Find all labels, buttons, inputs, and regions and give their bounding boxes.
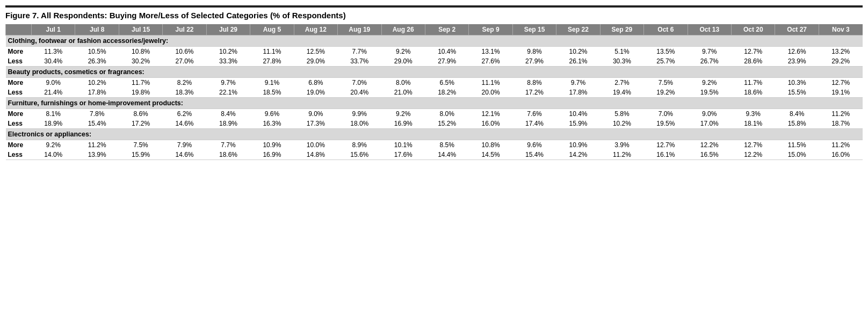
more-value-2: 10.5% (75, 47, 119, 57)
less-value-2: 13.9% (75, 150, 119, 160)
less-value-8: 18.0% (338, 119, 381, 129)
less-value-10: 14.4% (425, 150, 468, 160)
less-value-15: 16.1% (644, 150, 688, 160)
more-value-6: 9.6% (250, 109, 294, 119)
more-value-1: 11.3% (32, 47, 75, 57)
more-value-12: 7.6% (512, 109, 556, 119)
more-value-3: 11.7% (119, 78, 162, 88)
less-value-5: 18.6% (206, 150, 250, 160)
column-header-Aug-26: Aug 26 (381, 24, 425, 35)
column-header-Jul-8: Jul 8 (75, 24, 119, 35)
less-row-2: Less18.9%15.4%17.2%14.6%18.9%16.3%17.3%1… (6, 119, 863, 129)
less-value-16: 19.5% (688, 88, 731, 98)
more-value-16: 9.0% (688, 109, 731, 119)
more-value-8: 7.0% (338, 78, 381, 88)
less-value-10: 18.2% (425, 88, 468, 98)
more-value-11: 12.1% (469, 109, 512, 119)
less-value-4: 14.6% (163, 150, 206, 160)
less-value-17: 12.2% (732, 150, 775, 160)
more-value-14: 5.1% (600, 47, 643, 57)
less-label: Less (6, 88, 32, 98)
less-value-3: 15.9% (119, 150, 162, 160)
more-value-4: 10.6% (163, 47, 206, 57)
more-value-3: 10.8% (119, 47, 162, 57)
less-value-4: 14.6% (163, 119, 206, 129)
more-value-16: 9.2% (688, 78, 731, 88)
more-value-15: 13.5% (644, 47, 688, 57)
less-value-14: 19.4% (600, 88, 643, 98)
less-value-14: 11.2% (600, 150, 643, 160)
less-value-4: 27.0% (163, 56, 206, 67)
column-header-Jul-15: Jul 15 (119, 24, 162, 35)
less-value-16: 16.5% (688, 150, 731, 160)
more-value-1: 9.2% (32, 140, 75, 150)
more-value-1: 8.1% (32, 109, 75, 119)
less-value-6: 16.3% (250, 119, 294, 129)
more-row-2: More8.1%7.8%8.6%6.2%8.4%9.6%9.0%9.9%9.2%… (6, 109, 863, 119)
more-label: More (6, 78, 32, 88)
column-headers: Jul 1Jul 8Jul 15Jul 22Jul 29Aug 5Aug 12A… (6, 24, 863, 35)
more-value-15: 12.7% (644, 140, 688, 150)
more-value-2: 11.2% (75, 140, 119, 150)
more-value-14: 5.8% (600, 109, 643, 119)
more-value-12: 9.8% (512, 47, 556, 57)
less-value-18: 23.9% (775, 56, 819, 67)
more-value-14: 3.9% (600, 140, 643, 150)
more-value-1: 9.0% (32, 78, 75, 88)
more-value-14: 2.7% (600, 78, 643, 88)
column-header-Aug-19: Aug 19 (338, 24, 381, 35)
more-value-11: 11.1% (469, 78, 512, 88)
more-value-19: 11.2% (819, 109, 863, 119)
more-value-12: 9.6% (512, 140, 556, 150)
more-label: More (6, 140, 32, 150)
more-value-3: 8.6% (119, 109, 162, 119)
less-value-5: 18.9% (206, 119, 250, 129)
less-value-8: 15.6% (338, 150, 381, 160)
more-value-5: 10.2% (206, 47, 250, 57)
more-value-6: 9.1% (250, 78, 294, 88)
column-header-Oct-6: Oct 6 (644, 24, 688, 35)
more-value-17: 12.7% (732, 140, 775, 150)
more-value-9: 8.0% (381, 78, 425, 88)
more-value-18: 8.4% (775, 109, 819, 119)
column-header-Oct-27: Oct 27 (775, 24, 819, 35)
less-value-11: 14.5% (469, 150, 512, 160)
less-row-3: Less14.0%13.9%15.9%14.6%18.6%16.9%14.8%1… (6, 150, 863, 160)
more-value-10: 8.0% (425, 109, 468, 119)
less-value-2: 17.8% (75, 88, 119, 98)
column-header-Jul-22: Jul 22 (163, 24, 206, 35)
more-value-16: 9.7% (688, 47, 731, 57)
column-header-Sep-29: Sep 29 (600, 24, 643, 35)
less-value-2: 26.3% (75, 56, 119, 67)
more-value-19: 12.7% (819, 78, 863, 88)
less-value-9: 16.9% (381, 119, 425, 129)
less-value-18: 15.8% (775, 119, 819, 129)
less-value-7: 29.0% (294, 56, 337, 67)
more-value-19: 11.2% (819, 140, 863, 150)
less-value-9: 29.0% (381, 56, 425, 67)
less-value-17: 18.6% (732, 88, 775, 98)
column-header-Aug-12: Aug 12 (294, 24, 337, 35)
less-value-6: 27.8% (250, 56, 294, 67)
more-value-9: 10.1% (381, 140, 425, 150)
section-header-1: Beauty products, cosmetics or fragrances… (6, 67, 863, 78)
less-value-14: 30.3% (600, 56, 643, 67)
less-value-12: 17.4% (512, 119, 556, 129)
more-value-5: 7.7% (206, 140, 250, 150)
more-value-17: 12.7% (732, 47, 775, 57)
less-value-6: 16.9% (250, 150, 294, 160)
column-header-Sep-2: Sep 2 (425, 24, 468, 35)
more-value-4: 7.9% (163, 140, 206, 150)
less-value-11: 16.0% (469, 119, 512, 129)
less-label: Less (6, 56, 32, 67)
more-value-11: 10.8% (469, 140, 512, 150)
less-value-13: 26.1% (556, 56, 600, 67)
more-value-9: 9.2% (381, 47, 425, 57)
less-value-17: 28.6% (732, 56, 775, 67)
less-value-12: 27.9% (512, 56, 556, 67)
section-header-0: Clothing, footwear or fashion accessorie… (6, 35, 863, 47)
less-value-13: 17.8% (556, 88, 600, 98)
column-header-Oct-13: Oct 13 (688, 24, 731, 35)
less-value-15: 19.5% (644, 119, 688, 129)
less-value-2: 15.4% (75, 119, 119, 129)
